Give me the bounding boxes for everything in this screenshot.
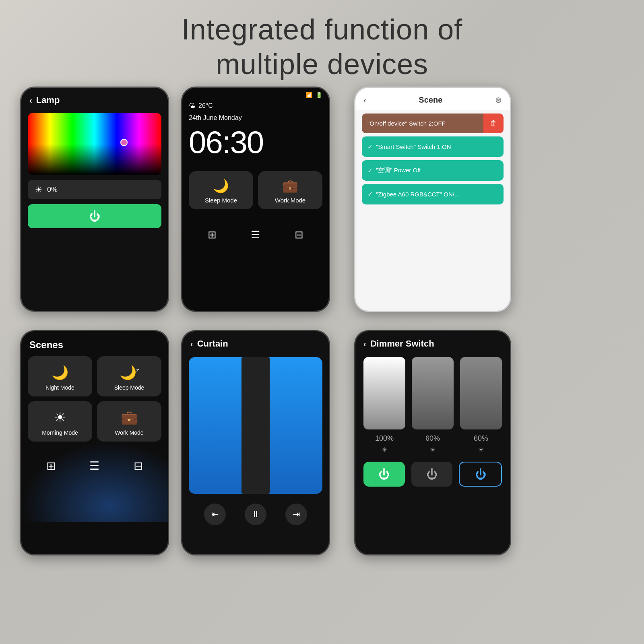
battery-icon: 🔋 <box>316 92 322 98</box>
dimmer-pct-3: 60% <box>474 434 488 443</box>
moon-icon: 🌙 <box>52 364 68 380</box>
sleep-mode-label: Sleep Mode <box>205 197 237 204</box>
work-mode-label: Work Mode <box>275 197 305 204</box>
curtain-close-btn[interactable]: ⇥ <box>285 504 307 525</box>
power-button[interactable]: ⏻ <box>28 204 161 228</box>
dimmer-sun-2: ☀ <box>430 446 436 454</box>
power-off-icon: ⏻ <box>426 468 438 481</box>
lamp-header: ‹ Lamp <box>21 88 168 109</box>
dimmer-pct-2: 60% <box>425 434 440 443</box>
dimmer-sun-3: ☀ <box>478 446 484 454</box>
brightness-bar: ☀ 0% <box>28 180 161 199</box>
dimmer-power-off-1[interactable]: ⏻ <box>411 462 453 487</box>
scene-row-4-text: "Zigbee A60 RGB&CCT" ON/... <box>376 191 459 198</box>
curtain-controls: ⇤ ⏸ ⇥ <box>182 498 329 531</box>
back-icon4[interactable]: ‹ <box>363 339 366 349</box>
scene-row-1[interactable]: "On/off device" Switch 2:OFF 🗑 <box>362 114 504 133</box>
sun-icon: ☀ <box>35 185 42 194</box>
dimmer-slider-1[interactable] <box>363 357 405 429</box>
list-nav-icon[interactable]: ☰ <box>89 459 99 473</box>
curtain-title: Curtain <box>197 339 228 349</box>
curtain-phone: ‹ Curtain ⇤ ⏸ ⇥ <box>181 330 330 555</box>
curtain-header: ‹ Curtain <box>182 331 329 353</box>
dimmer-col-3: 60% ☀ <box>460 357 502 454</box>
mode-buttons: 🌙 Sleep Mode 💼 Work Mode <box>182 165 329 216</box>
scenes-phone: Scenes 🌙 Night Mode 🌙z Sleep Mode ☀ Morn… <box>20 330 169 555</box>
scene-row-3[interactable]: ✓ "空调" Power Off <box>362 160 504 181</box>
dimmer-slider-2[interactable] <box>412 357 454 429</box>
power-icon: ⏻ <box>89 210 100 223</box>
check-icon2: ✓ <box>367 167 373 174</box>
temperature: 26°C <box>198 102 213 109</box>
night-mode-tile[interactable]: 🌙 Night Mode <box>28 356 92 396</box>
lamp-phone: ‹ Lamp ☀ 0% ⏻ <box>20 87 169 312</box>
curtain-bar <box>242 357 270 494</box>
curtain-close-icon: ⇥ <box>293 509 300 520</box>
back-icon[interactable]: ‹ <box>363 95 366 105</box>
curtain-pause-btn[interactable]: ⏸ <box>245 504 266 525</box>
delete-icon[interactable]: 🗑 <box>483 114 504 133</box>
weather-icon: 🌤 <box>189 102 195 109</box>
date: 24th June Monday <box>189 114 242 122</box>
curtain-visual <box>189 357 322 494</box>
grid-icon[interactable]: ⊞ <box>208 229 217 241</box>
grid-nav-icon[interactable]: ⊞ <box>46 459 56 473</box>
power-outline-icon: ⏻ <box>475 468 486 481</box>
sleep-mode-label2: Sleep Mode <box>114 384 144 391</box>
scenes-title: Scenes <box>21 331 168 356</box>
scene-row-4[interactable]: ✓ "Zigbee A60 RGB&CCT" ON/... <box>362 184 504 204</box>
back-icon3[interactable]: ‹ <box>190 339 193 349</box>
dimmer-title: Dimmer Switch <box>370 339 434 349</box>
dimmer-sun-1: ☀ <box>382 446 387 454</box>
sun-icon2: ☀ <box>54 409 66 425</box>
dimmer-power-on-1[interactable]: ⏻ <box>363 462 405 487</box>
moon-z-icon: 🌙 <box>213 178 229 194</box>
brightness-value: 0% <box>47 186 58 194</box>
status-bar: 📶 🔋 <box>182 88 329 100</box>
color-picker[interactable] <box>28 113 161 175</box>
back-icon[interactable]: ‹ <box>29 96 32 105</box>
morning-mode-label: Morning Mode <box>42 429 78 436</box>
dimmer-power-outline-1[interactable]: ⏻ <box>459 462 502 487</box>
curtain-open-btn[interactable]: ⇤ <box>204 504 226 525</box>
heading-line2: multiple devices <box>0 47 644 81</box>
morning-mode-tile[interactable]: ☀ Morning Mode <box>28 401 92 442</box>
bottom-nav: ⊞ ☰ ⊟ <box>182 224 329 246</box>
page-heading: Integrated function of multiple devices <box>0 12 644 82</box>
bottom-nav2: ⊞ ☰ ⊟ <box>21 454 168 478</box>
scene-row-2-text: "Smart Switch" Switch 1:ON <box>376 143 451 150</box>
briefcase-icon2: 💼 <box>121 409 138 425</box>
briefcase-icon: 💼 <box>282 178 298 194</box>
dimmer-col-1: 100% ☀ <box>363 357 405 454</box>
sleep-mode-button[interactable]: 🌙 Sleep Mode <box>189 171 253 209</box>
dimmer-col-2: 60% ☀ <box>412 357 454 454</box>
dimmer-pct-1: 100% <box>375 434 394 443</box>
curtain-open-icon: ⇤ <box>211 509 219 520</box>
dimmer-slider-3[interactable] <box>460 357 502 429</box>
table-icon[interactable]: ⊟ <box>295 229 303 241</box>
curtain-pause-icon: ⏸ <box>251 509 260 520</box>
clock-display: 06:30 <box>182 124 329 161</box>
work-mode-tile[interactable]: 💼 Work Mode <box>97 401 161 442</box>
check-icon: ✓ <box>367 143 373 151</box>
scene-row-1-text: "On/off device" Switch 2:OFF <box>362 114 483 133</box>
scene-phone: ‹ Scene ⊗ "On/off device" Switch 2:OFF 🗑… <box>354 87 511 312</box>
dimmer-phone: ‹ Dimmer Switch 100% ☀ 60% ☀ 60% ☀ ⏻ ⏻ ⏻ <box>354 330 511 555</box>
sleep-mode-tile[interactable]: 🌙z Sleep Mode <box>97 356 161 396</box>
dimmer-sliders: 100% ☀ 60% ☀ 60% ☀ <box>355 353 510 458</box>
work-mode-label2: Work Mode <box>115 429 143 436</box>
weather-row: 🌤 26°C <box>182 100 329 112</box>
settings-icon[interactable]: ⊗ <box>495 95 502 105</box>
dimmer-power-row: ⏻ ⏻ ⏻ <box>355 458 510 492</box>
power-on-icon: ⏻ <box>378 468 390 481</box>
scene-title: Scene <box>419 95 442 105</box>
wifi-icon: 📶 <box>305 92 312 98</box>
night-mode-label: Night Mode <box>45 384 74 391</box>
heading-line1: Integrated function of <box>0 12 644 47</box>
lamp-title: Lamp <box>36 95 60 105</box>
scene-row-2[interactable]: ✓ "Smart Switch" Switch 1:ON <box>362 136 504 157</box>
work-mode-button[interactable]: 💼 Work Mode <box>258 171 322 209</box>
table-nav-icon[interactable]: ⊟ <box>134 459 143 473</box>
list-icon[interactable]: ☰ <box>251 229 260 241</box>
scene-row-3-text: "空调" Power Off <box>376 167 421 174</box>
